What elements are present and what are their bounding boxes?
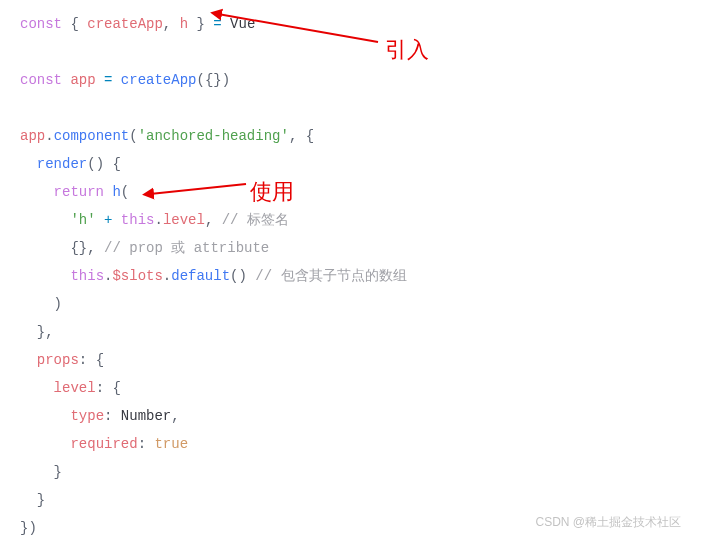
code-line-7: return h( xyxy=(20,178,681,206)
code-line-13: props: { xyxy=(20,346,681,374)
code-line-4 xyxy=(20,94,681,122)
code-line-8: 'h' + this.level, // 标签名 xyxy=(20,206,681,234)
code-line-17: } xyxy=(20,458,681,486)
code-line-16: required: true xyxy=(20,430,681,458)
code-line-14: level: { xyxy=(20,374,681,402)
code-line-9: {}, // prop 或 attribute xyxy=(20,234,681,262)
code-block: const { createApp, h } = Vue const app =… xyxy=(20,10,681,540)
code-line-12: }, xyxy=(20,318,681,346)
code-line-2 xyxy=(20,38,681,66)
code-line-10: this.$slots.default() // 包含其子节点的数组 xyxy=(20,262,681,290)
code-line-15: type: Number, xyxy=(20,402,681,430)
annotation-import: 引入 xyxy=(385,28,429,72)
code-line-3: const app = createApp({}) xyxy=(20,66,681,94)
code-line-11: ) xyxy=(20,290,681,318)
code-line-5: app.component('anchored-heading', { xyxy=(20,122,681,150)
code-line-1: const { createApp, h } = Vue xyxy=(20,10,681,38)
watermark-text: CSDN @稀土掘金技术社区 xyxy=(535,510,681,534)
code-line-6: render() { xyxy=(20,150,681,178)
annotation-use: 使用 xyxy=(250,170,294,214)
